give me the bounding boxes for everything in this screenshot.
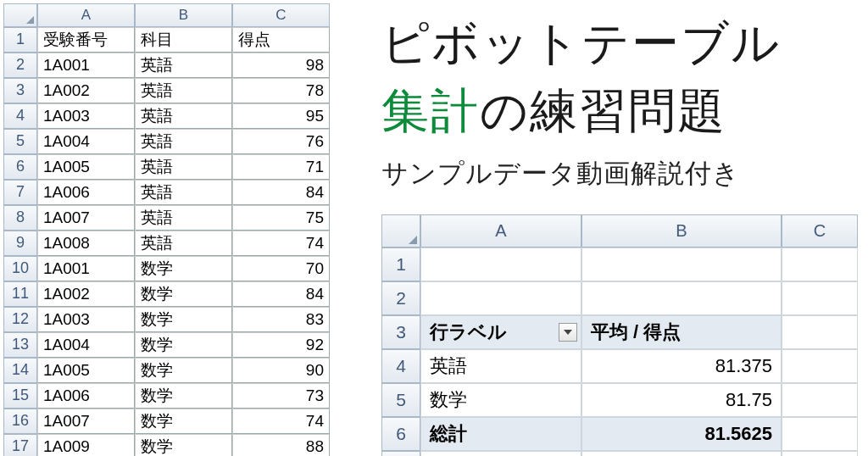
cell[interactable] bbox=[782, 315, 858, 349]
cell[interactable]: 1A002 bbox=[37, 78, 135, 103]
cell[interactable] bbox=[581, 451, 782, 456]
cell[interactable]: 70 bbox=[232, 256, 330, 281]
cell[interactable]: 1A008 bbox=[37, 231, 135, 256]
col-header-c[interactable]: C bbox=[782, 214, 858, 247]
cell[interactable]: 98 bbox=[232, 53, 330, 78]
row-header[interactable]: 6 bbox=[3, 154, 37, 180]
select-all-corner[interactable] bbox=[381, 214, 420, 247]
pivot-value[interactable]: 81.375 bbox=[581, 349, 782, 383]
row-header[interactable]: 5 bbox=[3, 129, 37, 154]
cell[interactable]: 1A001 bbox=[37, 53, 135, 78]
cell[interactable]: 1A005 bbox=[37, 154, 135, 180]
cell[interactable] bbox=[782, 247, 858, 281]
cell[interactable]: 75 bbox=[232, 205, 330, 231]
row-header[interactable]: 7 bbox=[3, 180, 37, 205]
filter-dropdown-button[interactable] bbox=[559, 323, 577, 342]
cell-b1[interactable]: 科目 bbox=[135, 27, 232, 53]
cell[interactable]: 英語 bbox=[135, 231, 232, 256]
cell[interactable]: 数学 bbox=[135, 256, 232, 281]
cell[interactable]: 英語 bbox=[135, 154, 232, 180]
cell[interactable]: 数学 bbox=[135, 358, 232, 383]
cell[interactable]: 88 bbox=[232, 434, 330, 456]
row-header[interactable]: 2 bbox=[3, 53, 37, 78]
col-header-b[interactable]: B bbox=[581, 214, 782, 247]
cell[interactable] bbox=[581, 281, 782, 315]
cell[interactable] bbox=[581, 247, 782, 281]
pivot-grand-total-value[interactable]: 81.5625 bbox=[581, 417, 782, 451]
cell[interactable]: 83 bbox=[232, 307, 330, 332]
pivot-value-header[interactable]: 平均 / 得点 bbox=[581, 315, 782, 349]
cell[interactable] bbox=[782, 349, 858, 383]
pivot-row-label-header[interactable]: 行ラベル bbox=[420, 315, 581, 349]
row-header[interactable]: 11 bbox=[3, 281, 37, 307]
cell[interactable]: 1A004 bbox=[37, 332, 135, 358]
cell[interactable]: 71 bbox=[232, 154, 330, 180]
row-header[interactable]: 14 bbox=[3, 358, 37, 383]
cell[interactable] bbox=[782, 417, 858, 451]
cell[interactable]: 英語 bbox=[135, 53, 232, 78]
cell[interactable]: 78 bbox=[232, 78, 330, 103]
select-all-corner[interactable] bbox=[3, 3, 37, 27]
cell-a1[interactable]: 受験番号 bbox=[37, 27, 135, 53]
cell[interactable]: 数学 bbox=[135, 332, 232, 358]
row-header[interactable]: 4 bbox=[381, 349, 420, 383]
cell[interactable]: 84 bbox=[232, 281, 330, 307]
row-header[interactable]: 7 bbox=[381, 451, 420, 456]
cell[interactable] bbox=[420, 451, 581, 456]
cell[interactable]: 1A002 bbox=[37, 281, 135, 307]
cell[interactable] bbox=[782, 281, 858, 315]
row-header[interactable]: 17 bbox=[3, 434, 37, 456]
row-header[interactable]: 6 bbox=[381, 417, 420, 451]
pivot-value[interactable]: 81.75 bbox=[581, 383, 782, 417]
cell[interactable]: 76 bbox=[232, 129, 330, 154]
cell[interactable] bbox=[420, 281, 581, 315]
cell[interactable] bbox=[782, 383, 858, 417]
row-header[interactable]: 3 bbox=[381, 315, 420, 349]
row-header[interactable]: 10 bbox=[3, 256, 37, 281]
row-header[interactable]: 1 bbox=[3, 27, 37, 53]
row-header[interactable]: 4 bbox=[3, 103, 37, 129]
col-header-c[interactable]: C bbox=[232, 3, 330, 27]
cell[interactable]: 1A004 bbox=[37, 129, 135, 154]
cell[interactable]: 1A003 bbox=[37, 103, 135, 129]
row-header[interactable]: 15 bbox=[3, 383, 37, 409]
row-header[interactable]: 5 bbox=[381, 383, 420, 417]
row-header[interactable]: 13 bbox=[3, 332, 37, 358]
row-header[interactable]: 2 bbox=[381, 281, 420, 315]
cell[interactable]: 数学 bbox=[135, 307, 232, 332]
cell[interactable]: 73 bbox=[232, 383, 330, 409]
row-header[interactable]: 8 bbox=[3, 205, 37, 231]
cell[interactable] bbox=[420, 247, 581, 281]
cell[interactable]: 1A006 bbox=[37, 383, 135, 409]
cell[interactable]: 英語 bbox=[135, 78, 232, 103]
cell[interactable]: 1A005 bbox=[37, 358, 135, 383]
cell-c1[interactable]: 得点 bbox=[232, 27, 330, 53]
col-header-a[interactable]: A bbox=[37, 3, 135, 27]
cell[interactable]: 英語 bbox=[135, 180, 232, 205]
cell[interactable]: 英語 bbox=[135, 129, 232, 154]
pivot-row-label[interactable]: 英語 bbox=[420, 349, 581, 383]
cell[interactable]: 1A003 bbox=[37, 307, 135, 332]
cell[interactable]: 英語 bbox=[135, 103, 232, 129]
row-header[interactable]: 9 bbox=[3, 231, 37, 256]
cell[interactable]: 1A009 bbox=[37, 434, 135, 456]
cell[interactable]: 数学 bbox=[135, 434, 232, 456]
col-header-b[interactable]: B bbox=[135, 3, 232, 27]
cell[interactable]: 1A007 bbox=[37, 409, 135, 434]
cell[interactable]: 90 bbox=[232, 358, 330, 383]
cell[interactable]: 95 bbox=[232, 103, 330, 129]
pivot-row-label[interactable]: 数学 bbox=[420, 383, 581, 417]
cell[interactable]: 1A001 bbox=[37, 256, 135, 281]
cell[interactable]: 英語 bbox=[135, 205, 232, 231]
pivot-grand-total-label[interactable]: 総計 bbox=[420, 417, 581, 451]
row-header[interactable]: 1 bbox=[381, 247, 420, 281]
cell[interactable]: 数学 bbox=[135, 281, 232, 307]
row-header[interactable]: 12 bbox=[3, 307, 37, 332]
cell[interactable]: 84 bbox=[232, 180, 330, 205]
cell[interactable]: 数学 bbox=[135, 409, 232, 434]
row-header[interactable]: 16 bbox=[3, 409, 37, 434]
cell[interactable]: 74 bbox=[232, 231, 330, 256]
cell[interactable]: 1A007 bbox=[37, 205, 135, 231]
cell[interactable]: 数学 bbox=[135, 383, 232, 409]
row-header[interactable]: 3 bbox=[3, 78, 37, 103]
